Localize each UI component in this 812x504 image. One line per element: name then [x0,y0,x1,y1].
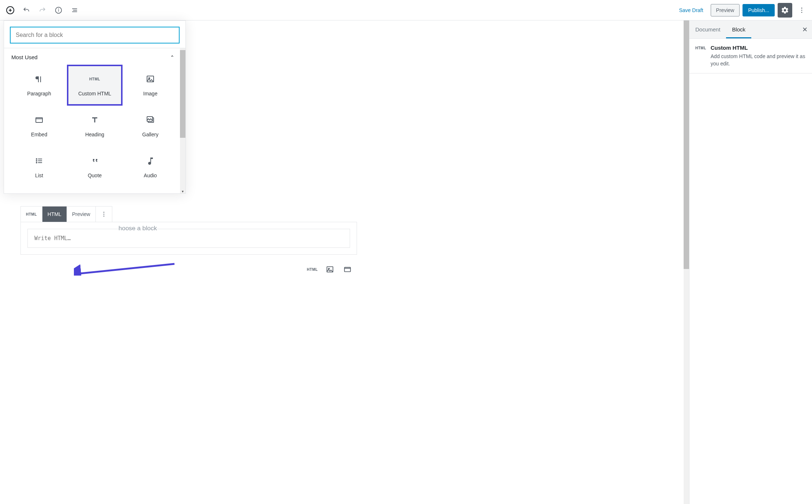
settings-button[interactable] [778,3,792,18]
close-icon: ✕ [802,26,808,34]
svg-point-5 [59,9,59,9]
block-grid: Paragraph HTML Custom HTML Image Embed H… [4,65,185,193]
block-appender: HTML [20,264,357,274]
svg-point-19 [36,160,37,161]
undo-icon [23,7,30,14]
svg-point-9 [801,7,802,8]
undo-button[interactable] [20,4,33,17]
svg-rect-30 [345,268,351,272]
inserter-scrollbar[interactable] [180,48,185,193]
kebab-icon [101,211,107,217]
embed-icon [34,115,44,125]
settings-sidebar: Document Block ✕ HTML Custom HTML Add cu… [689,20,812,504]
heading-icon [90,115,100,125]
paragraph-icon [34,74,44,84]
canvas-scrollbar[interactable] [684,20,689,504]
sidebar-tabs: Document Block ✕ [689,20,812,39]
block-item-quote[interactable]: Quote [67,147,123,187]
html-code-input[interactable] [27,229,350,248]
list-icon [34,156,44,166]
block-item-embed[interactable]: Embed [11,106,67,147]
svg-point-13 [149,78,150,79]
content-info-button[interactable] [52,4,65,17]
block-item-custom-html[interactable]: HTML Custom HTML [67,65,123,106]
inserter-search-wrap [4,21,185,48]
block-item-heading[interactable]: Heading [67,106,123,147]
insert-embed-shortcut[interactable] [342,264,353,274]
svg-point-10 [801,10,802,11]
inserter-section-most-used[interactable]: Most Used ⌃ [4,48,185,65]
inserter-section-label: Most Used [11,54,38,60]
save-draft-button[interactable]: Save Draft [674,4,707,16]
gear-icon [781,6,789,14]
redo-icon [39,7,46,14]
block-item-image[interactable]: Image [123,65,178,106]
preview-button[interactable]: Preview [711,4,740,16]
scrollbar-thumb[interactable] [180,50,185,138]
close-sidebar-button[interactable]: ✕ [797,22,812,37]
toolbar-right: Save Draft Preview Publish... [674,3,808,18]
block-type-indicator[interactable]: HTML [21,206,42,222]
svg-point-25 [104,214,104,215]
svg-point-20 [36,162,37,163]
block-item-gallery[interactable]: Gallery [123,106,178,147]
add-block-button[interactable] [4,4,17,17]
html-icon: HTML [90,74,100,84]
block-item-list[interactable]: List [11,147,67,187]
scrollbar-thumb[interactable] [684,20,689,269]
html-icon: HTML [695,45,706,67]
block-toolbar: HTML HTML Preview [20,206,112,222]
block-navigation-button[interactable] [68,4,81,17]
image-icon [145,74,155,84]
top-toolbar: Save Draft Preview Publish... [0,0,812,20]
svg-point-29 [328,268,330,269]
custom-html-block [20,222,357,255]
plus-circle-icon [6,6,15,15]
block-info-description: Add custom HTML code and preview it as y… [711,53,806,67]
html-tab-button[interactable]: HTML [42,206,67,222]
block-inserter-popover: Most Used ⌃ Paragraph HTML Custom HTML I… [4,20,186,194]
insert-image-shortcut[interactable] [325,264,335,274]
gallery-icon [145,115,155,125]
svg-rect-14 [36,118,42,122]
outline-icon [71,7,78,14]
block-more-button[interactable] [96,206,112,222]
redo-button[interactable] [36,4,49,17]
toolbar-left [4,4,81,17]
info-icon [55,7,62,14]
block-info-panel: HTML Custom HTML Add custom HTML code an… [689,39,812,73]
svg-point-11 [801,12,802,13]
block-search-input[interactable] [10,27,180,43]
audio-icon [145,156,155,166]
insert-html-shortcut[interactable]: HTML [307,264,317,274]
preview-tab-button[interactable]: Preview [67,206,96,222]
block-placeholder-hint: hoose a block [119,225,157,232]
kebab-icon [798,7,805,14]
svg-point-26 [104,216,104,216]
more-menu-button[interactable] [795,4,808,17]
publish-button[interactable]: Publish... [743,4,775,16]
scroll-down-icon: ▾ [180,189,185,194]
tab-document[interactable]: Document [689,20,726,38]
svg-point-18 [36,159,37,159]
block-item-audio[interactable]: Audio [123,147,178,187]
svg-point-24 [104,212,104,213]
chevron-up-icon: ⌃ [170,54,174,60]
block-item-paragraph[interactable]: Paragraph [11,65,67,106]
block-info-title: Custom HTML [711,45,806,51]
quote-icon [90,156,100,166]
tab-block[interactable]: Block [726,20,751,38]
